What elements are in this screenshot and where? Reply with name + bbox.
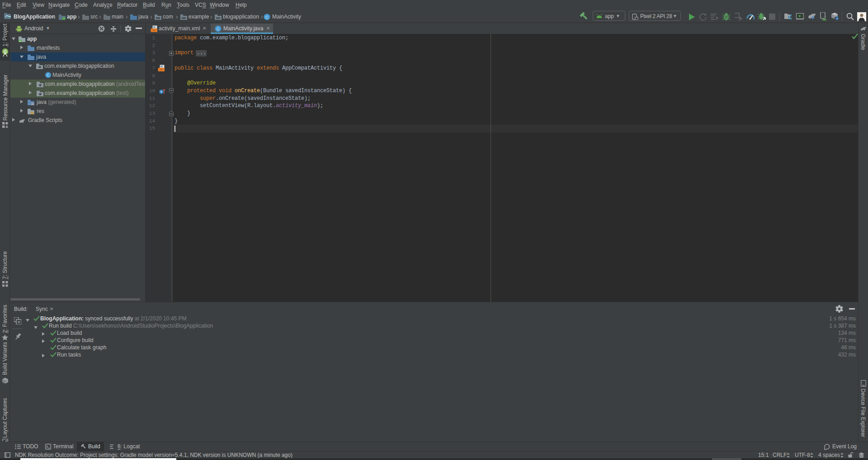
svg-text:C: C	[217, 26, 220, 31]
svg-text:C: C	[265, 14, 269, 19]
svg-text:C: C	[47, 73, 50, 77]
